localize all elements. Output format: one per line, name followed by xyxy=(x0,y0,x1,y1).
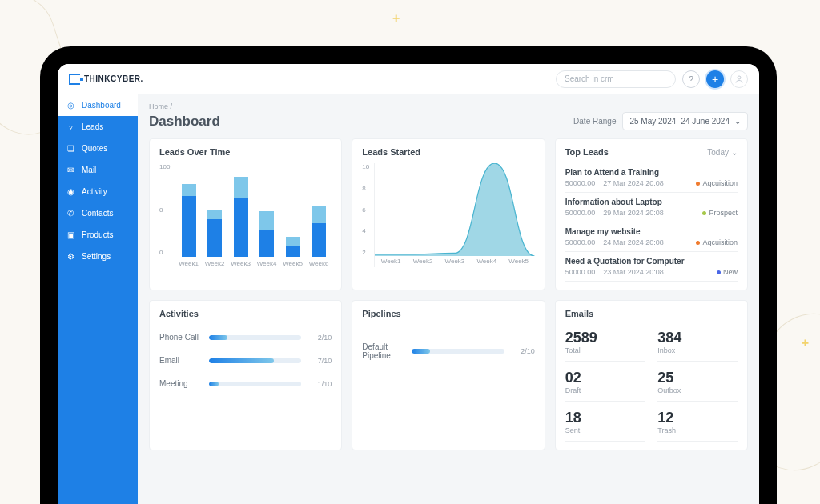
bar-category-label: Week5 xyxy=(283,260,303,267)
email-stat[interactable]: 2589 Total xyxy=(565,325,645,362)
card-title: Leads Over Time xyxy=(159,147,230,157)
help-icon[interactable]: ? xyxy=(682,70,700,88)
email-stat-label: Total xyxy=(565,346,645,354)
progress-count: 7/10 xyxy=(308,357,332,365)
lead-status-badge: Prospect xyxy=(702,209,738,217)
card-pipelines: Pipelines Default Pipeline 2/10 xyxy=(352,300,545,450)
bar-column[interactable]: Week6 xyxy=(308,206,330,267)
logo-mark-icon xyxy=(69,74,80,85)
mail-icon: ✉ xyxy=(66,166,75,174)
lead-amount: 50000.00 xyxy=(565,179,596,187)
progress-bar[interactable] xyxy=(412,349,504,354)
email-stat[interactable]: 25 Outbox xyxy=(657,365,738,402)
progress-row: Meeting 1/10 xyxy=(159,379,332,388)
card-emails: Emails 2589 Total384 Inbox02 Draft25 Out… xyxy=(555,300,748,450)
contacts-icon: ✆ xyxy=(66,209,75,218)
area-chart: 108642 Week1Week2Week3Week4Week5 xyxy=(362,163,534,267)
bar-column[interactable]: Week4 xyxy=(255,211,278,267)
lead-item[interactable]: Manage my website 50000.00 24 Mar 2024 2… xyxy=(565,222,738,252)
date-range-label: Date Range xyxy=(573,117,616,126)
email-stat-value: 12 xyxy=(657,410,738,426)
area-category-label: Week4 xyxy=(476,258,496,265)
lead-title: Manage my website xyxy=(565,227,738,236)
bar-column[interactable]: Week1 xyxy=(178,184,200,267)
bar-column[interactable]: Week2 xyxy=(203,210,226,267)
sidebar-item-label: Settings xyxy=(82,252,111,261)
date-range-select[interactable]: 25 May 2024- 24 June 2024 ⌄ xyxy=(622,112,748,130)
bar-chart: 10000 Week1Week2Week3Week4Week5Week6 xyxy=(159,163,332,267)
sidebar-item-leads[interactable]: ▿ Leads xyxy=(58,116,138,138)
top-leads-filter[interactable]: Today ⌄ xyxy=(707,148,738,157)
email-stat-label: Inbox xyxy=(657,346,738,354)
bar-column[interactable]: Week3 xyxy=(230,177,252,267)
progress-label: Default Pipeline xyxy=(362,342,405,360)
email-stat-value: 384 xyxy=(657,330,738,346)
progress-bar[interactable] xyxy=(209,358,301,363)
email-stat[interactable]: 12 Trash xyxy=(657,405,738,442)
card-title: Leads Started xyxy=(362,147,420,157)
lead-status-badge: Aqcuisition xyxy=(696,238,738,246)
email-stat-label: Outbox xyxy=(657,386,738,394)
bar-column[interactable]: Week5 xyxy=(282,237,304,267)
add-button[interactable]: + xyxy=(706,70,724,88)
lead-date: 24 Mar 2024 20:08 xyxy=(603,238,664,246)
area-category-label: Week3 xyxy=(445,258,465,265)
progress-bar[interactable] xyxy=(209,382,301,386)
dashboard-icon: ◎ xyxy=(66,101,75,110)
app-screen: THINKCYBER. Search in crm ? + ◎ Dashboar… xyxy=(58,64,759,504)
products-icon: ▣ xyxy=(66,230,75,239)
card-title: Activities xyxy=(159,309,199,318)
sidebar-item-products[interactable]: ▣ Products xyxy=(58,224,138,246)
email-stat-label: Sent xyxy=(565,426,645,434)
lead-date: 27 Mar 2024 20:08 xyxy=(603,179,664,187)
lead-item[interactable]: Need a Quotation for Computer 50000.00 2… xyxy=(565,252,738,282)
date-range-value: 25 May 2024- 24 June 2024 xyxy=(629,117,730,126)
bar-category-label: Week2 xyxy=(205,260,225,267)
sidebar-item-activity[interactable]: ◉ Activity xyxy=(58,181,138,202)
email-stat[interactable]: 18 Sent xyxy=(565,405,645,442)
progress-bar[interactable] xyxy=(209,335,301,340)
user-avatar-icon[interactable] xyxy=(730,70,748,88)
decorative-plus-icon: + xyxy=(802,336,809,350)
lead-item[interactable]: Information about Laptop 50000.00 29 Mar… xyxy=(565,193,738,222)
logo-text: THINKCYBER. xyxy=(84,74,143,83)
decorative-plus-icon: + xyxy=(392,11,400,26)
page-title: Dashboard xyxy=(149,114,220,130)
sidebar-item-settings[interactable]: ⚙ Settings xyxy=(58,246,138,267)
sidebar-item-label: Contacts xyxy=(82,209,113,218)
progress-count: 2/10 xyxy=(511,347,535,355)
card-leads-started: Leads Started 108642 Week1Week2Week3Week… xyxy=(352,138,545,290)
progress-count: 2/10 xyxy=(308,334,332,342)
main-content: Home / Dashboard Date Range 25 May 2024-… xyxy=(138,94,759,504)
email-stat-value: 2589 xyxy=(565,330,645,346)
email-stat[interactable]: 02 Draft xyxy=(565,365,645,402)
card-title: Pipelines xyxy=(362,309,400,318)
email-stat-label: Trash xyxy=(657,426,738,434)
search-input[interactable]: Search in crm xyxy=(556,70,676,88)
lead-item[interactable]: Plan to Attend a Training 50000.00 27 Ma… xyxy=(565,163,738,193)
app-logo[interactable]: THINKCYBER. xyxy=(69,74,143,85)
sidebar-item-mail[interactable]: ✉ Mail xyxy=(58,159,138,181)
sidebar-item-label: Mail xyxy=(82,166,96,174)
sidebar-item-label: Leads xyxy=(82,122,103,131)
breadcrumb[interactable]: Home / xyxy=(149,102,748,110)
lead-status-badge: Aqcuisition xyxy=(696,179,738,187)
sidebar-item-dashboard[interactable]: ◎ Dashboard xyxy=(58,94,138,116)
card-leads-over-time: Leads Over Time 10000 Week1Week2Week3Wee… xyxy=(149,138,342,290)
lead-title: Plan to Attend a Training xyxy=(565,168,738,177)
sidebar-item-quotes[interactable]: ❏ Quotes xyxy=(58,138,138,159)
lead-amount: 50000.00 xyxy=(565,209,596,217)
area-category-label: Week5 xyxy=(508,258,529,265)
card-top-leads: Top Leads Today ⌄ Plan to Attend a Train… xyxy=(555,138,748,290)
progress-count: 1/10 xyxy=(308,380,332,388)
chevron-down-icon: ⌄ xyxy=(734,117,741,126)
email-stat-value: 25 xyxy=(657,370,738,386)
lead-amount: 50000.00 xyxy=(565,268,596,276)
sidebar-item-contacts[interactable]: ✆ Contacts xyxy=(58,202,138,224)
sidebar-item-label: Quotes xyxy=(82,144,107,153)
sidebar: ◎ Dashboard ▿ Leads ❏ Quotes ✉ Mail ◉ xyxy=(58,94,138,504)
email-stat[interactable]: 384 Inbox xyxy=(657,325,738,362)
bar-category-label: Week3 xyxy=(231,260,251,267)
sidebar-item-label: Dashboard xyxy=(82,101,121,110)
leads-icon: ▿ xyxy=(66,122,75,131)
